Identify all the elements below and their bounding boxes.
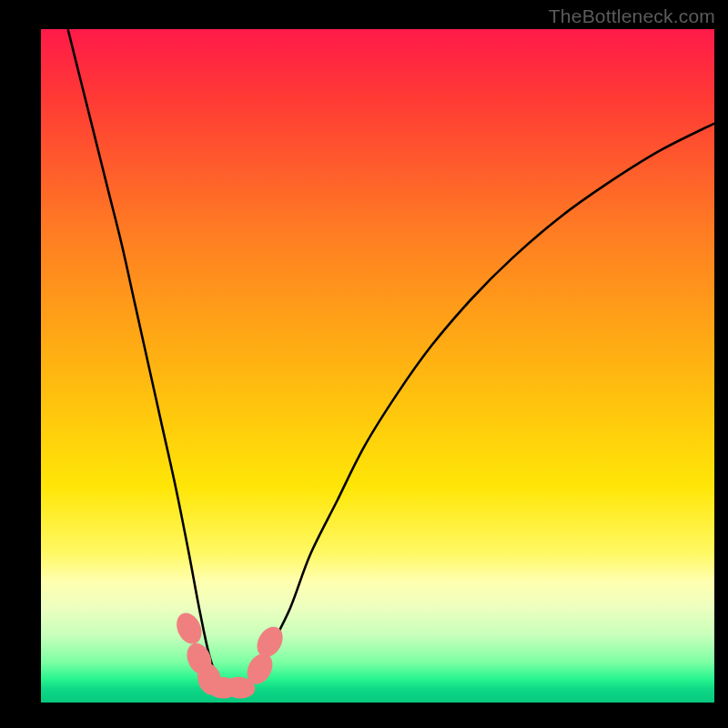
chart-frame: TheBottleneck.com	[0, 0, 728, 728]
trough-markers	[172, 609, 288, 700]
watermark-label: TheBottleneck.com	[549, 5, 715, 27]
plot-area	[41, 29, 714, 703]
bottleneck-curve	[68, 29, 714, 691]
curve-layer	[41, 29, 714, 703]
